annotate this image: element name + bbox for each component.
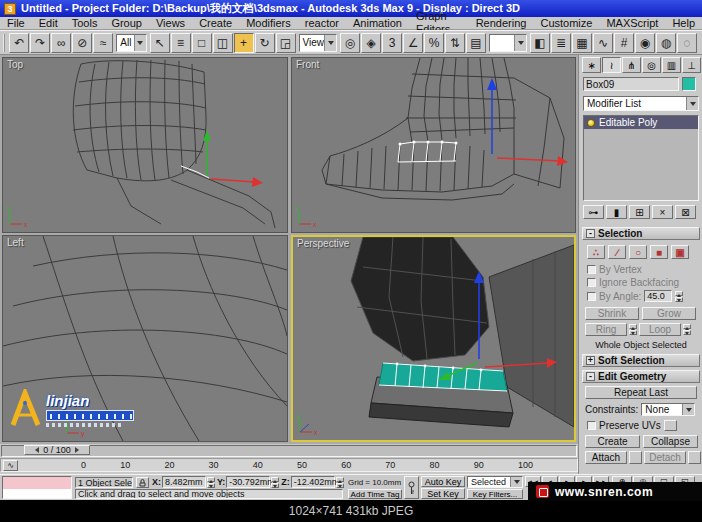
- edit-geometry-rollout-header[interactable]: - Edit Geometry: [582, 370, 700, 383]
- preserve-uvs-settings-button[interactable]: [664, 420, 677, 431]
- listener-script-row[interactable]: [3, 489, 71, 498]
- select-and-link-icon[interactable]: ∞: [51, 33, 71, 53]
- detach-settings-button[interactable]: [688, 451, 701, 464]
- schematic-view-icon[interactable]: #: [614, 33, 634, 53]
- detach-button[interactable]: Detach: [644, 451, 686, 464]
- constraints-dropdown[interactable]: None: [641, 403, 695, 416]
- undo-icon[interactable]: ↶: [9, 33, 29, 53]
- soft-selection-rollout-header[interactable]: + Soft Selection: [582, 354, 700, 367]
- angle-spinner[interactable]: [675, 291, 683, 302]
- viewport-left-label[interactable]: Left: [7, 237, 24, 248]
- listener-macro-row[interactable]: [3, 477, 71, 489]
- polygon-subobject-icon[interactable]: ■: [650, 245, 668, 259]
- render-scene-dialog-icon[interactable]: ◍: [656, 33, 676, 53]
- viewport-left[interactable]: Left linjian yz: [2, 235, 288, 442]
- by-vertex-checkbox[interactable]: [587, 265, 596, 274]
- dropdown-arrow-icon[interactable]: [682, 404, 694, 415]
- loop-spinner[interactable]: [683, 324, 691, 335]
- menu-item[interactable]: Modifiers: [239, 17, 298, 30]
- collapse-button[interactable]: Collapse: [643, 435, 698, 448]
- border-subobject-icon[interactable]: ○: [629, 245, 647, 259]
- create-button[interactable]: Create: [585, 435, 640, 448]
- dropdown-arrow-icon[interactable]: [510, 477, 522, 487]
- menu-item[interactable]: Edit: [32, 17, 65, 30]
- dropdown-arrow-icon[interactable]: [686, 97, 698, 110]
- toolbar-grip[interactable]: [3, 34, 6, 52]
- attach-settings-button[interactable]: [629, 451, 642, 464]
- dropdown-arrow-icon[interactable]: [134, 35, 146, 51]
- loop-button[interactable]: Loop: [639, 323, 681, 336]
- select-and-rotate-icon[interactable]: ↻: [255, 33, 275, 53]
- mirror-icon[interactable]: ◧: [530, 33, 550, 53]
- viewport-perspective-label[interactable]: Perspective: [297, 238, 349, 249]
- ignore-backfacing-checkbox[interactable]: [587, 278, 596, 287]
- modifier-stack[interactable]: Editable Poly: [583, 115, 699, 201]
- open-mini-curve-editor-icon[interactable]: ∿: [3, 460, 18, 471]
- modifier-list-dropdown[interactable]: Modifier List: [583, 96, 699, 111]
- set-keys-button[interactable]: [404, 476, 419, 499]
- add-time-tag-button[interactable]: Add Time Tag: [348, 489, 402, 499]
- ring-button[interactable]: Ring: [585, 323, 627, 336]
- rollout-collapse-icon[interactable]: -: [586, 372, 595, 381]
- named-selection-sets-dropdown[interactable]: [489, 34, 527, 52]
- rectangular-selection-region-icon[interactable]: □: [192, 33, 212, 53]
- spinner-snap-toggle-icon[interactable]: ⇅: [445, 33, 465, 53]
- selection-filter-dropdown[interactable]: All: [116, 34, 146, 52]
- object-color-swatch[interactable]: [682, 77, 696, 91]
- modifier-enabled-bulb-icon[interactable]: [587, 119, 595, 127]
- next-frame-arrow-icon[interactable]: [75, 447, 82, 453]
- viewport-front-label[interactable]: Front: [296, 59, 319, 70]
- dropdown-arrow-icon[interactable]: [324, 35, 336, 51]
- y-coordinate-spinner[interactable]: [271, 477, 279, 488]
- shrink-button[interactable]: Shrink: [585, 307, 639, 320]
- ring-spinner[interactable]: [629, 324, 637, 335]
- x-coordinate-field[interactable]: 8.482mm: [162, 476, 206, 488]
- attach-button[interactable]: Attach: [585, 451, 627, 464]
- menu-item[interactable]: Customize: [533, 17, 599, 30]
- modifier-stack-item[interactable]: Editable Poly: [584, 116, 698, 129]
- previous-frame-arrow-icon[interactable]: [32, 447, 39, 453]
- tab-utilities[interactable]: ⊥: [682, 57, 701, 73]
- repeat-last-button[interactable]: Repeat Last: [585, 386, 697, 399]
- snaps-toggle-icon[interactable]: 3: [382, 33, 402, 53]
- selection-rollout-header[interactable]: - Selection: [582, 227, 700, 240]
- percent-snap-toggle-icon[interactable]: %: [424, 33, 444, 53]
- track-bar[interactable]: ∿ 0102030405060708090100: [0, 458, 578, 472]
- redo-icon[interactable]: ↷: [30, 33, 50, 53]
- time-slider-handle[interactable]: 0 / 100: [24, 445, 90, 455]
- remove-modifier-icon[interactable]: ×: [652, 205, 673, 219]
- quick-render-icon[interactable]: ◌: [677, 33, 697, 53]
- x-coordinate-spinner[interactable]: [207, 477, 215, 488]
- viewport-perspective[interactable]: Perspective xy: [291, 235, 576, 442]
- rollout-expand-icon[interactable]: +: [586, 356, 595, 365]
- angle-snap-toggle-icon[interactable]: ∠: [403, 33, 423, 53]
- menu-item[interactable]: Animation: [346, 17, 409, 30]
- unlink-selection-icon[interactable]: ⊘: [72, 33, 92, 53]
- selection-lock-toggle[interactable]: [136, 477, 149, 488]
- select-object-icon[interactable]: ↖: [150, 33, 170, 53]
- tab-motion[interactable]: ◎: [642, 57, 661, 73]
- key-filters-button[interactable]: Key Filters...: [467, 489, 523, 499]
- menu-item[interactable]: Help: [665, 17, 702, 30]
- menu-item[interactable]: Tools: [65, 17, 105, 30]
- show-end-result-icon[interactable]: ▮: [606, 205, 627, 219]
- edge-subobject-icon[interactable]: ∕: [608, 245, 626, 259]
- y-coordinate-field[interactable]: -30.792mm: [226, 476, 270, 488]
- menu-item[interactable]: MAXScript: [599, 17, 665, 30]
- grow-button[interactable]: Grow: [642, 307, 696, 320]
- edit-named-selection-sets-icon[interactable]: ▤: [466, 33, 486, 53]
- by-angle-checkbox[interactable]: [587, 292, 596, 301]
- select-and-manipulate-icon[interactable]: ◈: [361, 33, 381, 53]
- use-pivot-point-center-icon[interactable]: ◎: [340, 33, 360, 53]
- select-and-uniform-scale-icon[interactable]: ◲: [276, 33, 296, 53]
- tab-display[interactable]: ▥: [662, 57, 681, 73]
- tab-hierarchy[interactable]: ⋔: [622, 57, 641, 73]
- bind-to-space-warp-icon[interactable]: ≈: [93, 33, 113, 53]
- rollout-collapse-icon[interactable]: -: [586, 229, 595, 238]
- key-mode-dropdown[interactable]: Selected: [467, 476, 523, 488]
- viewport-top[interactable]: Top xy: [2, 57, 288, 233]
- tab-modify[interactable]: ≀: [602, 57, 621, 73]
- reference-coordinate-system-dropdown[interactable]: View: [299, 34, 338, 52]
- maxscript-mini-listener[interactable]: [2, 476, 72, 499]
- z-coordinate-spinner[interactable]: [336, 477, 344, 488]
